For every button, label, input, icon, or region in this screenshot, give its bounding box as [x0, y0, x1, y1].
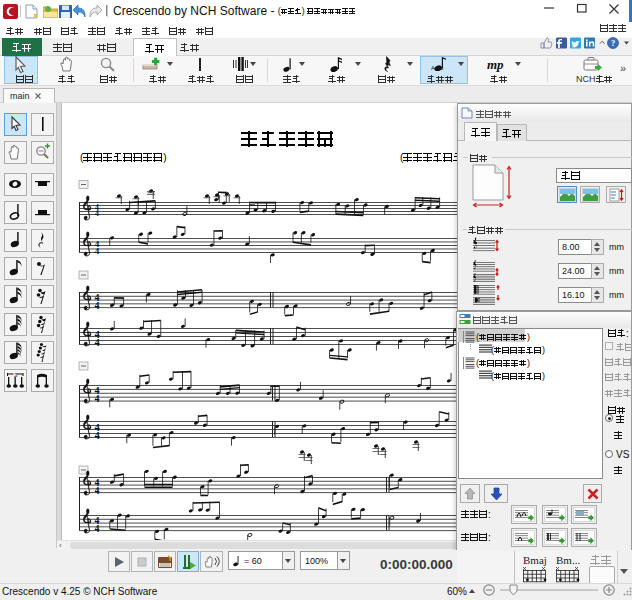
svg-text:4: 4 — [95, 246, 100, 256]
svg-text:4: 4 — [95, 485, 100, 496]
svg-text:4: 4 — [94, 430, 99, 441]
svg-text:4: 4 — [95, 300, 100, 311]
svg-text:?: ? — [611, 38, 615, 48]
svg-text:4: 4 — [95, 209, 99, 218]
svg-text:4: 4 — [95, 523, 100, 534]
svg-text:4: 4 — [94, 393, 99, 404]
svg-text:4: 4 — [94, 337, 99, 348]
